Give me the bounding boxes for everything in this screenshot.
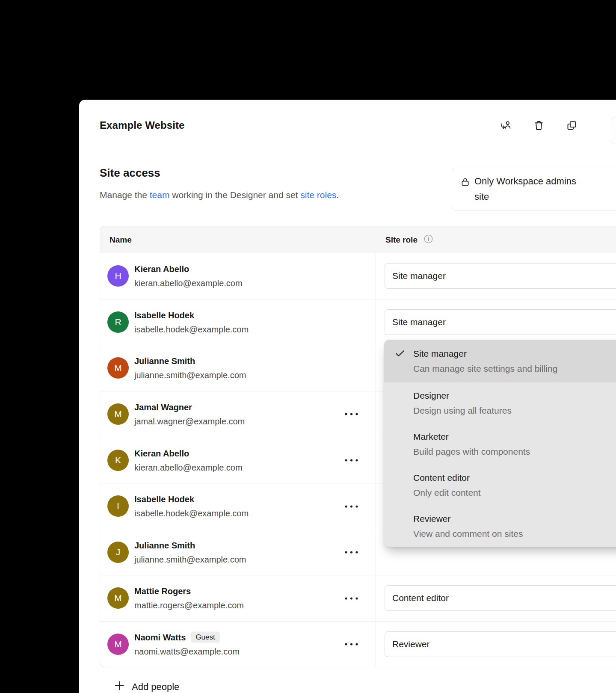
row-menu-button[interactable] [344, 545, 359, 560]
role-select-value: Site manager [392, 271, 446, 281]
avatar: H [107, 265, 129, 287]
dropdown-option-label: Designer [413, 388, 616, 403]
avatar: M [107, 357, 129, 379]
role-select-value: Site manager [392, 317, 446, 327]
table-row: M Mattie Rogers mattie.rogers@example.co… [100, 575, 616, 621]
dropdown-option-designer[interactable]: Designer Design using all features [384, 382, 616, 424]
avatar: M [107, 587, 129, 609]
plus-icon [113, 680, 125, 693]
description-suffix: . [336, 190, 339, 200]
ellipsis-icon [344, 503, 358, 509]
member-name: Isabelle Hodek [134, 493, 194, 505]
ellipsis-icon [344, 641, 358, 647]
member-email: mattie.rogers@example.com [134, 599, 244, 611]
lock-icon [460, 176, 470, 192]
role-select[interactable]: Site manager [385, 309, 616, 335]
role-select-value: Reviewer [392, 639, 430, 649]
ellipsis-icon [344, 549, 358, 555]
member-email: julianne.smith@example.com [134, 369, 246, 381]
member-email: kieran.abello@example.com [134, 461, 243, 473]
dropdown-option-marketer[interactable]: Marketer Build pages with components [384, 424, 616, 465]
row-menu-button[interactable] [344, 498, 359, 514]
avatar: M [107, 403, 129, 425]
dropdown-option-description: Build pages with components [413, 444, 578, 459]
info-icon[interactable] [424, 234, 433, 246]
site-settings-card: Example Website [79, 100, 616, 693]
avatar: M [107, 634, 129, 655]
clipped-header-button[interactable] [611, 117, 616, 144]
member-name: Kieran Abello [134, 447, 189, 459]
row-menu-button[interactable] [344, 453, 359, 468]
transfer-site-button[interactable] [496, 117, 515, 136]
check-icon [394, 347, 406, 361]
dropdown-option-description: Only edit content [413, 485, 578, 500]
row-menu-button[interactable] [344, 406, 359, 422]
admins-only-notice: Only Workspace admins site [452, 168, 616, 210]
table-row: M Naomi Watts Guest naomi.watts@example.… [100, 621, 616, 667]
dropdown-option-label: Site manager [413, 346, 616, 361]
column-header-role: Site role [385, 226, 433, 253]
avatar: J [107, 542, 129, 563]
member-email: jamal.wagner@example.com [134, 415, 245, 427]
member-name: Jamal Wagner [134, 401, 192, 413]
avatar: R [107, 311, 129, 333]
member-name: Isabelle Hodek [134, 309, 194, 321]
table-row: R Isabelle Hodek isabelle.hodek@example.… [100, 299, 616, 345]
section-description: Manage the team working in the Designer … [100, 190, 339, 200]
member-email: kieran.abello@example.com [134, 277, 243, 289]
ellipsis-icon [344, 457, 358, 463]
avatar: K [107, 450, 129, 471]
member-name: Naomi Watts [134, 631, 186, 643]
dropdown-option-description: View and comment on sites [413, 526, 578, 541]
member-email: isabelle.hodek@example.com [134, 323, 249, 335]
card-header: Example Website [79, 100, 616, 152]
duplicate-site-button[interactable] [562, 117, 581, 136]
member-email: naomi.watts@example.com [134, 645, 240, 657]
member-name: Julianne Smith [134, 539, 195, 551]
role-select[interactable]: Content editor [385, 585, 616, 611]
duplicate-icon [566, 120, 578, 133]
row-menu-button[interactable] [344, 590, 359, 606]
description-prefix: Manage the [100, 190, 150, 200]
dropdown-option-label: Marketer [413, 429, 616, 444]
page-title: Example Website [100, 119, 184, 131]
section-title: Site access [100, 166, 160, 180]
column-header-role-label: Site role [385, 235, 418, 245]
member-name: Julianne Smith [134, 355, 195, 367]
column-header-name: Name [110, 226, 132, 253]
dropdown-option-site-manager[interactable]: Site manager Can manage site settings an… [384, 340, 616, 382]
toolbar [496, 117, 581, 136]
member-email: isabelle.hodek@example.com [134, 507, 249, 519]
site-roles-link[interactable]: site roles [300, 190, 336, 200]
transfer-site-icon [500, 120, 512, 133]
dropdown-option-content-editor[interactable]: Content editor Only edit content [384, 465, 616, 506]
dropdown-option-reviewer[interactable]: Reviewer View and comment on sites [384, 506, 616, 547]
trash-icon [533, 120, 545, 133]
team-link[interactable]: team [150, 190, 170, 200]
dropdown-option-label: Content editor [413, 470, 616, 485]
ellipsis-icon [344, 411, 358, 417]
role-select[interactable]: Reviewer [385, 631, 616, 657]
member-email: julianne.smith@example.com [134, 553, 246, 565]
add-people-label: Add people [132, 681, 179, 693]
dropdown-option-description: Design using all features [413, 403, 578, 418]
role-select[interactable]: Site manager [385, 263, 616, 289]
member-name: Kieran Abello [134, 263, 189, 275]
ellipsis-icon [344, 595, 358, 601]
dropdown-option-description: Can manage site settings and billing [413, 361, 578, 376]
delete-site-button[interactable] [529, 117, 548, 136]
add-people-button[interactable]: Add people [113, 680, 179, 693]
guest-badge: Guest [191, 631, 219, 643]
notice-line-1: Only Workspace admins [474, 174, 616, 189]
table-header: Name Site role [100, 226, 616, 253]
avatar: I [107, 495, 129, 517]
row-menu-button[interactable] [344, 637, 359, 652]
description-middle: working in the Designer and set [169, 190, 300, 200]
member-name: Mattie Rogers [134, 585, 191, 597]
table-row: H Kieran Abello kieran.abello@example.co… [100, 253, 616, 299]
notice-line-2: site [474, 189, 616, 204]
role-dropdown-menu: Site manager Can manage site settings an… [384, 340, 616, 547]
dropdown-option-label: Reviewer [413, 511, 616, 526]
role-select-value: Content editor [392, 593, 449, 603]
